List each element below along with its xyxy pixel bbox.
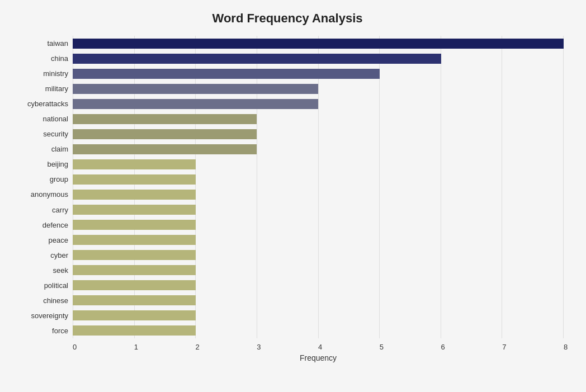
y-label: taiwan [47, 40, 68, 47]
bar [73, 114, 257, 124]
bar-row [73, 143, 564, 155]
y-label: beijing [47, 160, 68, 168]
y-label: defence [42, 221, 68, 229]
bar [73, 235, 196, 245]
bar-row [73, 279, 564, 291]
bar [73, 159, 196, 169]
bar [73, 280, 196, 290]
y-label: national [42, 115, 68, 122]
x-axis-labels: 012345678 [73, 339, 564, 351]
y-label: group [50, 176, 68, 183]
bar [73, 174, 196, 185]
bar [73, 39, 564, 49]
bottom-section: 012345678 Frequency [11, 339, 564, 362]
bar-row [73, 294, 564, 306]
bar-row [73, 188, 564, 201]
y-label: security [43, 130, 68, 138]
y-label: anonymous [31, 191, 68, 198]
y-labels: taiwanchinaministrymilitarycyberattacksn… [11, 36, 73, 338]
y-label: sovereignty [31, 312, 68, 319]
y-label: china [51, 55, 68, 62]
bar [73, 310, 196, 320]
x-axis-title: Frequency [73, 353, 564, 362]
bar [73, 54, 441, 64]
bar-row [73, 37, 564, 50]
chart-area: taiwanchinaministrymilitarycyberattacksn… [11, 36, 564, 338]
bar-row [73, 324, 564, 337]
bar-row [73, 204, 564, 216]
chart-title: Word Frequency Analysis [11, 11, 564, 26]
bar-row [73, 53, 564, 65]
bar [73, 69, 380, 79]
y-label: claim [51, 145, 68, 153]
y-label: force [52, 327, 68, 334]
chart-container: Word Frequency Analysis taiwanchinaminis… [0, 0, 586, 392]
y-label: ministry [43, 70, 68, 77]
bar-row [73, 68, 564, 80]
bar-row [73, 173, 564, 186]
bar-row [73, 128, 564, 140]
bar-row [73, 249, 564, 261]
y-label: chinese [43, 297, 68, 304]
bar-row [73, 309, 564, 322]
bar [73, 265, 196, 275]
bar-row [73, 264, 564, 276]
y-label: carry [52, 206, 68, 214]
y-label: political [44, 282, 68, 289]
bar [73, 129, 257, 139]
bar-row [73, 234, 564, 246]
bar [73, 144, 257, 154]
y-label: military [45, 85, 68, 92]
bar [73, 250, 196, 260]
bar-row [73, 113, 564, 125]
bar [73, 99, 318, 109]
bar-row [73, 83, 564, 95]
y-label: cyberattacks [27, 100, 68, 107]
y-label: seek [53, 267, 68, 274]
bar [73, 220, 196, 230]
bar [73, 190, 196, 200]
y-label: cyber [50, 252, 68, 259]
y-label: peace [49, 237, 68, 244]
bar [73, 295, 196, 305]
bar [73, 325, 196, 336]
bar [73, 84, 318, 94]
bar-row [73, 158, 564, 171]
bar-row [73, 98, 564, 110]
bars-grid [73, 36, 564, 338]
bar-row [73, 219, 564, 231]
bars-wrapper [73, 36, 564, 338]
bar [73, 205, 196, 215]
